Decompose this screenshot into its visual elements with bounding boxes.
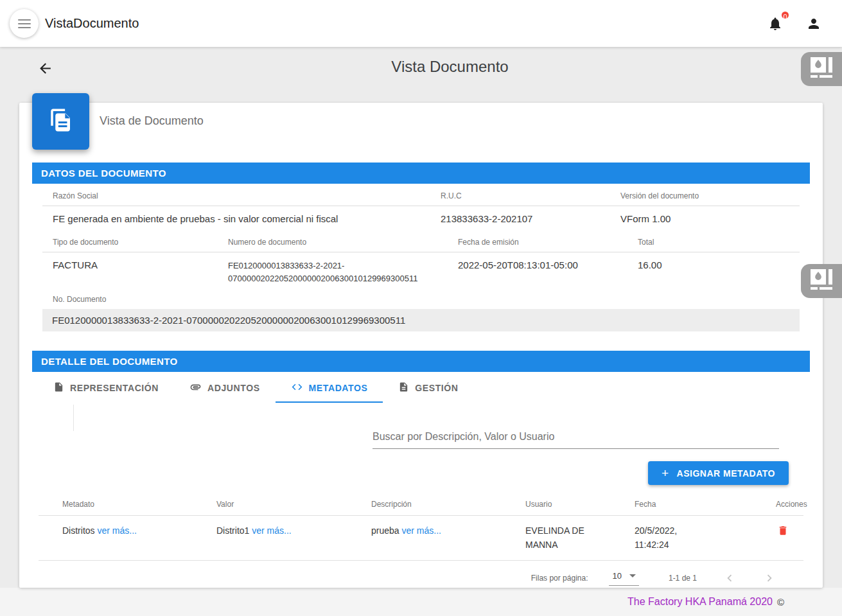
page-title: Vista Documento bbox=[58, 58, 842, 76]
vertical-divider bbox=[73, 405, 74, 431]
code-icon bbox=[291, 381, 303, 395]
cell-acciones bbox=[714, 524, 803, 552]
field-value-ruc: 213833633-2-202107 bbox=[430, 213, 610, 224]
cell-valor: Distrito1 ver más... bbox=[193, 524, 347, 552]
cell-metadato: Distritos ver más... bbox=[39, 524, 193, 552]
cell-descripcion: prueba ver más... bbox=[347, 524, 502, 552]
notifications-button[interactable]: 0 bbox=[767, 16, 783, 31]
col-header-acciones: Acciones bbox=[714, 500, 807, 509]
cell-usuario: EVELINDA DE MANNA bbox=[502, 524, 611, 552]
col-header-descripcion: Descripción bbox=[347, 500, 502, 509]
arrow-left-icon bbox=[37, 67, 53, 78]
next-page-button[interactable] bbox=[762, 571, 776, 585]
app-title: VistaDocumento bbox=[45, 16, 139, 31]
cell-fecha: 20/5/2022, 11:42:24 bbox=[611, 524, 714, 552]
trash-icon bbox=[777, 529, 789, 539]
field-value-tipo-documento: FACTURA bbox=[42, 260, 218, 285]
document-fields: Razón Social R.U.C Versión del documento… bbox=[32, 184, 810, 331]
detail-tabs: REPRESENTACIÓN ADJUNTOS METADATOS GESTIÓ… bbox=[32, 374, 810, 403]
table-header-row: Metadato Valor Descripción Usuario Fecha… bbox=[39, 492, 803, 516]
caret-down-icon bbox=[629, 574, 636, 577]
field-label-ruc: R.U.C bbox=[430, 191, 610, 200]
field-value-fecha-emision: 2022-05-20T08:13:01-05:00 bbox=[448, 260, 627, 285]
metadata-table: Metadato Valor Descripción Usuario Fecha… bbox=[39, 492, 803, 585]
tab-gestion[interactable]: GESTIÓN bbox=[383, 374, 473, 403]
field-label-fecha-emision: Fecha de emisión bbox=[448, 238, 627, 247]
tab-adjuntos[interactable]: ADJUNTOS bbox=[174, 374, 276, 403]
section-header-detalle: DETALLE DEL DOCUMENTO bbox=[32, 351, 810, 372]
field-label-numero-documento: Numero de documento bbox=[218, 238, 448, 247]
page-heading-row: Vista Documento bbox=[0, 58, 842, 84]
back-button[interactable] bbox=[37, 60, 53, 79]
delete-metadata-button[interactable] bbox=[777, 524, 789, 539]
col-header-usuario: Usuario bbox=[502, 500, 611, 509]
previous-page-button[interactable] bbox=[723, 571, 737, 585]
tab-representacion[interactable]: REPRESENTACIÓN bbox=[38, 374, 174, 403]
field-value-total: 16.00 bbox=[627, 260, 800, 285]
section-header-datos: DATOS DEL DOCUMENTO bbox=[32, 163, 810, 184]
top-navbar: VistaDocumento 0 bbox=[0, 0, 842, 47]
metadata-search-input[interactable] bbox=[373, 430, 779, 449]
assign-metadata-button[interactable]: + ASIGNAR METADATO bbox=[648, 461, 789, 485]
page-footer: The Factory HKA Panamá 2020 © bbox=[0, 588, 842, 616]
rows-per-page-label: Filas por página: bbox=[531, 574, 588, 583]
rows-per-page-select[interactable]: 10 bbox=[609, 571, 638, 586]
theme-layout-icon bbox=[808, 57, 836, 82]
tab-metadatos[interactable]: METADATOS bbox=[276, 374, 383, 403]
pagination-range: 1-1 de 1 bbox=[669, 574, 697, 583]
col-header-fecha: Fecha bbox=[611, 500, 714, 509]
copyright-icon: © bbox=[777, 597, 784, 608]
field-label-tipo-documento: Tipo de documento bbox=[42, 238, 218, 247]
ver-mas-link-descripcion[interactable]: ver más... bbox=[401, 525, 441, 536]
theme-settings-button-middle[interactable] bbox=[801, 264, 842, 298]
notification-badge: 0 bbox=[780, 10, 791, 21]
document-card-badge bbox=[32, 93, 89, 150]
document-view-card: Vista de Documento DATOS DEL DOCUMENTO R… bbox=[19, 103, 823, 588]
footer-brand: The Factory HKA Panamá 2020 bbox=[627, 596, 773, 608]
document-lines-icon bbox=[398, 382, 409, 394]
ver-mas-link-metadato[interactable]: ver más... bbox=[97, 525, 136, 536]
field-label-razon-social: Razón Social bbox=[42, 191, 430, 200]
theme-settings-button-top[interactable] bbox=[801, 52, 842, 86]
document-number-value: FE0120000013833633-2-2021-07000002022052… bbox=[42, 309, 800, 331]
field-label-version: Versión del documento bbox=[610, 191, 800, 200]
hamburger-menu-button[interactable] bbox=[10, 9, 39, 38]
file-icon bbox=[53, 382, 64, 394]
user-account-button[interactable] bbox=[806, 16, 821, 31]
col-header-metadato: Metadato bbox=[39, 500, 193, 509]
field-value-version: VForm 1.00 bbox=[610, 213, 800, 224]
field-label-total: Total bbox=[627, 238, 800, 247]
chevron-right-icon bbox=[762, 571, 776, 585]
theme-layout-icon bbox=[808, 268, 836, 294]
ver-mas-link-valor[interactable]: ver más... bbox=[252, 525, 291, 536]
paperclip-icon bbox=[189, 381, 202, 395]
field-label-no-documento: No. Documento bbox=[42, 291, 800, 309]
col-header-valor: Valor bbox=[193, 500, 347, 509]
document-copy-icon bbox=[48, 107, 75, 136]
card-title: Vista de Documento bbox=[100, 114, 204, 128]
plus-icon: + bbox=[662, 466, 669, 480]
field-value-numero-documento: FE0120000013833633-2-2021-07000002022052… bbox=[218, 260, 448, 285]
table-row: Distritos ver más... Distrito1 ver más..… bbox=[39, 516, 803, 560]
person-icon bbox=[806, 16, 821, 31]
table-pagination: Filas por página: 10 1-1 de 1 bbox=[39, 571, 776, 586]
field-value-razon-social: FE generada en ambiente de pruebas - sin… bbox=[42, 213, 430, 224]
chevron-left-icon bbox=[723, 571, 737, 585]
